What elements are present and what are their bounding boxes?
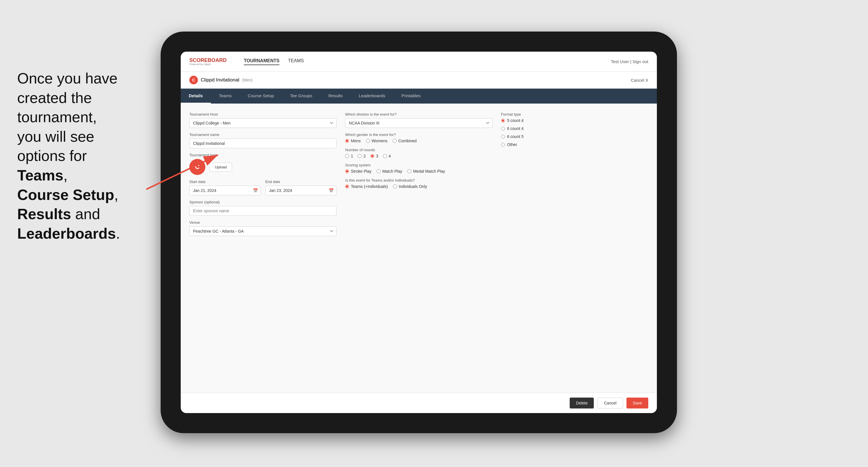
tab-printables[interactable]: Printables (393, 89, 429, 103)
scoring-medal-match-radio[interactable] (407, 169, 411, 173)
calendar-icon: 📅 (253, 188, 258, 193)
start-date-wrapper: 📅 (189, 186, 261, 195)
gender-womens-radio[interactable] (366, 139, 370, 143)
tournament-host-label: Tournament Host (189, 112, 337, 117)
tablet-frame: SCOREBOARD Powered by clippd TOURNAMENTS… (161, 32, 677, 433)
gender-combined[interactable]: Combined (393, 138, 417, 143)
tournament-logo-group: Tournament logo C Upload (189, 153, 337, 175)
end-date-group: End date 📅 (265, 180, 337, 195)
gender-womens[interactable]: Womens (366, 138, 388, 143)
tournament-host-select[interactable]: Clippd College - Men (189, 118, 337, 128)
tournament-name-input[interactable] (189, 138, 337, 148)
rounds-2[interactable]: 2 (358, 154, 366, 158)
gender-mens[interactable]: Mens (345, 138, 361, 143)
format-5count4[interactable]: 5 count 4 (501, 118, 648, 123)
form-grid: Tournament Host Clippd College - Men Tou… (189, 112, 648, 236)
rounds-1[interactable]: 1 (345, 154, 353, 158)
tab-leaderboards[interactable]: Leaderboards (351, 89, 394, 103)
gender-group: Which gender is the event for? Mens Wome… (345, 132, 492, 143)
teams-plus-individuals[interactable]: Teams (+Individuals) (345, 184, 388, 189)
form-left-section: Tournament Host Clippd College - Men Tou… (189, 112, 337, 236)
text-bold-course: Course Setup (17, 186, 114, 203)
individuals-only-label: Individuals Only (399, 184, 427, 189)
venue-label: Venue (189, 220, 337, 225)
format-6count5-radio[interactable] (501, 135, 505, 138)
division-label: Which division is the event for? (345, 112, 492, 117)
teams-plus-radio[interactable] (345, 184, 349, 188)
format-6count4-radio[interactable] (501, 127, 505, 130)
main-content: Tournament Host Clippd College - Men Tou… (181, 103, 657, 393)
individuals-only[interactable]: Individuals Only (393, 184, 427, 189)
scoring-group: Scoring system Stroke Play Match Play (345, 163, 492, 174)
tab-tee-groups[interactable]: Tee Groups (282, 89, 320, 103)
gender-mens-radio[interactable] (345, 139, 349, 143)
logo-subtitle: Powered by clippd (189, 63, 227, 66)
scoring-medal-match[interactable]: Medal Match Play (407, 169, 445, 174)
rounds-4-radio[interactable] (383, 154, 387, 158)
scoring-radio-group: Stroke Play Match Play Medal Match Play (345, 169, 492, 174)
division-select[interactable]: NCAA Division III (345, 118, 492, 128)
tab-course-setup[interactable]: Course Setup (240, 89, 282, 103)
page-background: Once you have created the tournament, yo… (0, 0, 868, 467)
sponsor-label: Sponsor (optional) (189, 200, 337, 204)
tab-details[interactable]: Details (181, 89, 211, 103)
team-individual-radio-group: Teams (+Individuals) Individuals Only (345, 184, 492, 189)
tab-teams[interactable]: Teams (211, 89, 240, 103)
format-6count4[interactable]: 6 count 4 (501, 126, 648, 131)
text-line1: Once you have (17, 70, 118, 87)
cancel-link[interactable]: Cancel X (631, 78, 648, 83)
venue-group: Venue Peachtree GC - Atlanta - GA (189, 220, 337, 236)
team-individual-label: Is this event for Teams and/or Individua… (345, 178, 492, 182)
end-date-label: End date (265, 180, 337, 184)
gender-combined-label: Combined (398, 138, 417, 143)
individuals-only-radio[interactable] (393, 184, 397, 188)
end-date-wrapper: 📅 (265, 186, 337, 195)
text-line4: you will see (17, 128, 94, 145)
form-middle-section: Which division is the event for? NCAA Di… (345, 112, 492, 236)
nav-teams[interactable]: TEAMS (288, 58, 304, 65)
tabs-bar: Details Teams Course Setup Tee Groups Re… (181, 89, 657, 103)
teams-plus-label: Teams (+Individuals) (351, 184, 388, 189)
upload-button[interactable]: Upload (209, 163, 232, 172)
nav-tournaments[interactable]: TOURNAMENTS (244, 58, 279, 65)
user-info[interactable]: Test User | Sign out (611, 59, 648, 64)
rounds-3-radio[interactable] (370, 154, 374, 158)
format-5count4-radio[interactable] (501, 119, 505, 123)
logo-block: SCOREBOARD Powered by clippd (189, 58, 227, 66)
sponsor-group: Sponsor (optional) (189, 200, 337, 216)
format-6count4-label: 6 count 4 (507, 126, 524, 131)
format-6count5-label: 6 count 5 (507, 134, 524, 139)
rounds-1-label: 1 (351, 154, 353, 158)
start-date-input[interactable] (189, 186, 261, 195)
scoring-stroke[interactable]: Stroke Play (345, 169, 371, 174)
scoring-stroke-radio[interactable] (345, 169, 349, 173)
rounds-2-radio[interactable] (358, 154, 362, 158)
tournament-name-group: Tournament name (189, 132, 337, 148)
scoring-match[interactable]: Match Play (377, 169, 402, 174)
sponsor-input[interactable] (189, 206, 337, 216)
format-group: Format type 5 count 4 6 count 4 (501, 112, 648, 147)
rounds-3[interactable]: 3 (370, 154, 378, 158)
gender-radio-group: Mens Womens Combined (345, 138, 492, 143)
end-date-input[interactable] (265, 186, 337, 195)
gender-combined-radio[interactable] (393, 139, 397, 143)
rounds-4[interactable]: 4 (383, 154, 391, 158)
format-other[interactable]: Other (501, 142, 648, 147)
scoring-match-radio[interactable] (377, 169, 381, 173)
footer-bar: Delete Cancel Save (181, 393, 657, 413)
rounds-radio-group: 1 2 3 (345, 154, 492, 158)
rounds-1-radio[interactable] (345, 154, 349, 158)
tournament-title: C Clippd Invitational (Men) (189, 76, 253, 84)
format-6count5[interactable]: 6 count 5 (501, 134, 648, 139)
venue-select[interactable]: Peachtree GC - Atlanta - GA (189, 226, 337, 236)
format-label: Format type (501, 112, 648, 117)
rounds-3-label: 3 (376, 154, 378, 158)
tab-results[interactable]: Results (320, 89, 351, 103)
format-other-radio[interactable] (501, 143, 505, 147)
cancel-button[interactable]: Cancel (597, 398, 623, 408)
save-button[interactable]: Save (626, 398, 648, 408)
delete-button[interactable]: Delete (570, 398, 594, 408)
instructional-text: Once you have created the tournament, yo… (0, 57, 149, 255)
tablet-screen: SCOREBOARD Powered by clippd TOURNAMENTS… (181, 52, 657, 413)
tournament-name: Clippd Invitational (201, 77, 239, 83)
